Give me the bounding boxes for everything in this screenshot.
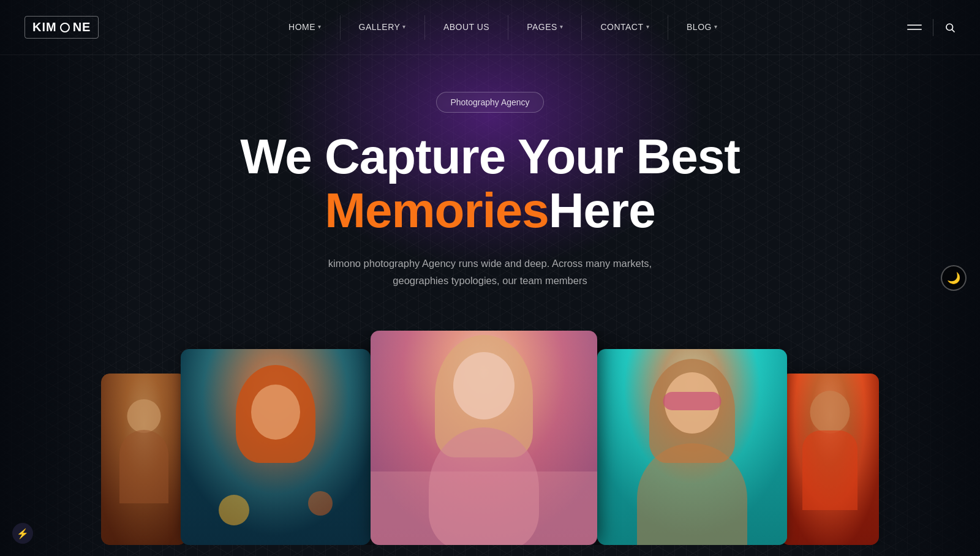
nav-item-contact[interactable]: CONTACT ▾ xyxy=(583,0,666,55)
photo-card-1[interactable] xyxy=(101,374,187,545)
nav-right-controls xyxy=(907,19,956,36)
nav-separator xyxy=(933,19,933,36)
chevron-down-icon: ▾ xyxy=(714,23,718,30)
nav-item-about[interactable]: ABOUT US xyxy=(426,0,507,55)
photo-card-5[interactable] xyxy=(781,374,879,545)
nav-item-home[interactable]: HOME ▾ xyxy=(271,0,339,55)
hero-section: Photography Agency We Capture Your Best … xyxy=(0,55,980,307)
chevron-down-icon: ▾ xyxy=(560,23,564,30)
nav-link-home[interactable]: HOME ▾ xyxy=(271,0,339,55)
logo-circle-icon xyxy=(60,23,70,32)
svg-point-0 xyxy=(946,24,953,31)
hero-badge: Photography Agency xyxy=(436,92,543,113)
hero-title-here: Here xyxy=(549,183,655,238)
navbar: KIM NE HOME ▾ GALLERY ▾ ABOUT US P xyxy=(0,0,980,55)
chevron-down-icon: ▾ xyxy=(318,23,322,30)
watermark-badge: ⚡ xyxy=(12,523,33,544)
chevron-down-icon: ▾ xyxy=(402,23,406,30)
nav-item-pages[interactable]: PAGES ▾ xyxy=(510,0,580,55)
svg-line-1 xyxy=(952,29,954,32)
lightning-icon: ⚡ xyxy=(17,528,29,539)
nav-item-blog[interactable]: BLOG ▾ xyxy=(669,0,734,55)
nav-link-contact[interactable]: CONTACT ▾ xyxy=(583,0,666,55)
hero-title: We Capture Your Best MemoriesHere xyxy=(0,130,980,238)
dark-mode-toggle[interactable]: 🌙 xyxy=(941,265,967,291)
chevron-down-icon: ▾ xyxy=(646,23,650,30)
nav-divider-1 xyxy=(340,15,341,40)
logo[interactable]: KIM NE xyxy=(24,16,99,39)
nav-links: HOME ▾ GALLERY ▾ ABOUT US PAGES ▾ xyxy=(271,0,734,55)
logo-text-end: NE xyxy=(73,20,91,34)
nav-link-gallery[interactable]: GALLERY ▾ xyxy=(342,0,423,55)
hamburger-menu-button[interactable] xyxy=(907,24,922,30)
search-button[interactable] xyxy=(944,22,956,33)
nav-divider-5 xyxy=(668,15,668,40)
nav-divider-4 xyxy=(581,15,582,40)
nav-link-about[interactable]: ABOUT US xyxy=(426,0,507,55)
photo-card-3[interactable] xyxy=(371,331,597,545)
logo-text: KIM xyxy=(32,20,57,34)
moon-icon: 🌙 xyxy=(947,271,960,285)
photo-strip xyxy=(0,331,980,545)
nav-divider-2 xyxy=(424,15,425,40)
nav-link-blog[interactable]: BLOG ▾ xyxy=(669,0,734,55)
nav-link-pages[interactable]: PAGES ▾ xyxy=(510,0,580,55)
hero-title-memories: Memories xyxy=(325,183,548,238)
search-icon xyxy=(944,22,956,33)
photo-card-4[interactable] xyxy=(597,349,787,545)
photo-card-2[interactable] xyxy=(181,349,371,545)
hero-description: kimono photography Agency runs wide and … xyxy=(318,255,662,289)
nav-item-gallery[interactable]: GALLERY ▾ xyxy=(342,0,423,55)
nav-divider-3 xyxy=(508,15,508,40)
